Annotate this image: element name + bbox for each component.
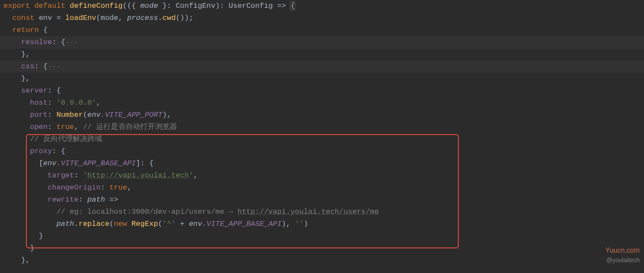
code-line: rewrite: path => <box>0 194 644 206</box>
code-line: resolve: {··· <box>0 36 644 48</box>
code-line: open: true, // 运行是否自动打开浏览器 <box>0 121 644 133</box>
code-line: }, <box>0 73 644 85</box>
code-line: }, <box>0 48 644 61</box>
code-line: proxy: { <box>0 145 644 157</box>
code-line: server: { <box>0 85 644 97</box>
code-line: changeOrigin: true, <box>0 182 644 194</box>
code-editor[interactable]: export default defineConfig(({ mode }: C… <box>0 0 644 267</box>
code-line: return { <box>0 24 644 36</box>
code-line: } <box>0 242 644 254</box>
code-line: path.replace(new RegExp('^' + env.VITE_A… <box>0 218 644 230</box>
code-line: [env.VITE_APP_BASE_API]: { <box>0 157 644 170</box>
fold-indicator[interactable]: ··· <box>65 38 79 46</box>
code-line: } <box>0 230 644 242</box>
code-line: export default defineConfig(({ mode }: C… <box>0 0 644 12</box>
code-line: // 反向代理解决跨域 <box>0 133 644 145</box>
watermark-author: @youlaitech <box>606 254 640 266</box>
code-line: css: {··· <box>0 61 644 73</box>
code-line: host: '0.0.0.0', <box>0 97 644 109</box>
code-line: port: Number(env.VITE_APP_PORT), <box>0 109 644 121</box>
fold-indicator[interactable]: ··· <box>48 62 61 71</box>
code-line: target: 'http://vapi.youlai.tech', <box>0 170 644 182</box>
code-line: }, <box>0 254 644 267</box>
code-line: // eg: localhost:3000/dev-api/users/me →… <box>0 206 644 218</box>
code-line: const env = loadEnv(mode, process.cwd())… <box>0 12 644 24</box>
